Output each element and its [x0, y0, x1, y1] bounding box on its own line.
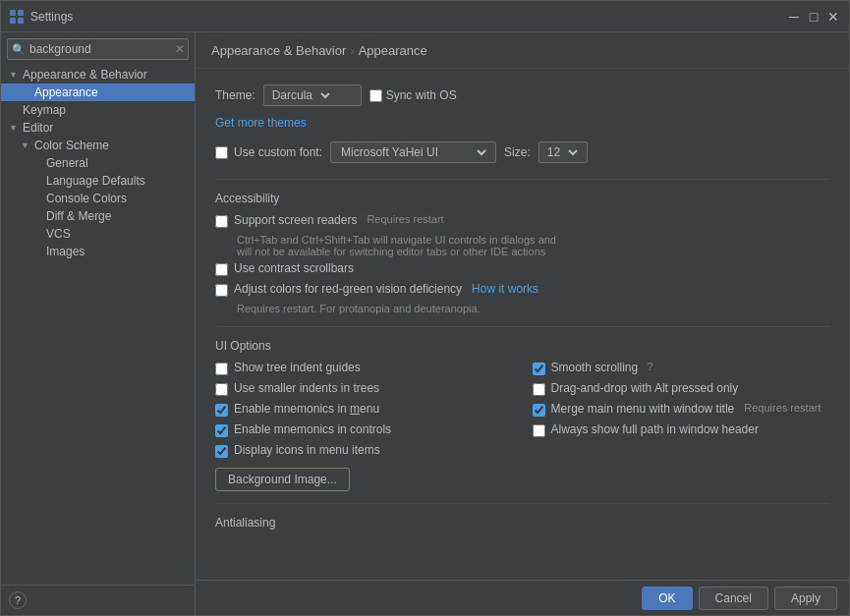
drag-drop-row: Drag-and-drop with Alt pressed only — [533, 381, 830, 396]
sidebar-item-diff-merge[interactable]: Diff & Merge — [1, 207, 195, 225]
breadcrumb-part1: Appearance & Behavior — [211, 43, 346, 58]
contrast-scrollbars-checkbox[interactable] — [215, 263, 228, 276]
content-body: Theme: Darcula Sync with OS Get more the… — [196, 69, 849, 580]
tree-indent-row: Show tree indent guides — [215, 361, 513, 375]
mnemonics-controls-checkbox[interactable] — [215, 424, 228, 437]
full-path-label: Always show full path in window header — [551, 422, 759, 436]
drag-drop-checkbox[interactable] — [533, 383, 545, 396]
size-select[interactable]: 12 — [543, 144, 581, 160]
sidebar-item-label: Color Scheme — [34, 139, 109, 152]
search-clear-icon[interactable]: ✕ — [175, 42, 185, 56]
sidebar-item-label: General — [46, 156, 88, 170]
theme-select[interactable]: Darcula — [268, 87, 333, 103]
sidebar-item-color-scheme[interactable]: ▼ Color Scheme — [1, 137, 195, 154]
tree-indent-label: Show tree indent guides — [234, 361, 361, 374]
theme-row: Theme: Darcula Sync with OS — [215, 84, 829, 106]
arrow-icon: ▼ — [21, 140, 32, 150]
maximize-button[interactable]: □ — [806, 9, 822, 25]
search-box: 🔍 ✕ — [7, 38, 189, 60]
sidebar: 🔍 ✕ ▼ Appearance & Behavior Appearance K… — [1, 32, 196, 615]
footer-bar: OK Cancel Apply — [196, 580, 849, 615]
sidebar-item-label: Diff & Merge — [46, 209, 111, 223]
minimize-button[interactable]: ─ — [786, 9, 802, 25]
full-path-row: Always show full path in window header — [533, 422, 830, 437]
display-icons-label: Display icons in menu items — [234, 443, 380, 457]
sidebar-item-label: VCS — [46, 227, 71, 241]
sidebar-item-appearance-behavior[interactable]: ▼ Appearance & Behavior — [1, 66, 195, 84]
font-select-wrap[interactable]: Microsoft YaHei UI — [330, 141, 496, 163]
smaller-indents-checkbox[interactable] — [215, 383, 228, 396]
color-deficiency-checkbox[interactable] — [215, 284, 228, 297]
breadcrumb-separator: › — [350, 43, 354, 58]
ui-options-title: UI Options — [215, 339, 829, 353]
nav-buttons: ← → — [778, 40, 833, 60]
mnemonics-controls-label: Enable mnemonics in controls — [234, 422, 391, 436]
sidebar-item-appearance[interactable]: Appearance — [1, 84, 195, 101]
display-icons-checkbox[interactable] — [215, 445, 228, 458]
mnemonics-menu-label: Enable mnemonics in menu — [234, 402, 379, 416]
get-more-themes-link[interactable]: Get more themes — [215, 116, 829, 130]
drag-drop-label: Drag-and-drop with Alt pressed only — [551, 381, 739, 395]
screen-readers-checkbox[interactable] — [215, 215, 228, 228]
font-select[interactable]: Microsoft YaHei UI — [337, 144, 489, 160]
search-icon: 🔍 — [12, 43, 26, 56]
antialiasing-title: Antialiasing — [215, 516, 829, 530]
smooth-scrolling-row: Smooth scrolling ? — [533, 361, 830, 375]
svg-rect-2 — [10, 18, 16, 24]
sidebar-item-label: Keymap — [23, 103, 66, 117]
sidebar-item-label: Console Colors — [46, 192, 127, 205]
ui-options-grid: Show tree indent guides Use smaller inde… — [215, 361, 829, 491]
contrast-scrollbars-label: Use contrast scrollbars — [234, 261, 354, 275]
sidebar-item-images[interactable]: Images — [1, 243, 195, 260]
display-icons-row: Display icons in menu items — [215, 443, 513, 458]
sidebar-item-editor[interactable]: ▼ Editor — [1, 119, 195, 137]
sidebar-item-label: Images — [46, 245, 85, 258]
theme-select-wrap[interactable]: Darcula — [263, 84, 362, 106]
merge-menu-label: Merge main menu with window title — [551, 402, 735, 416]
sidebar-item-general[interactable]: General — [1, 154, 195, 172]
sidebar-item-label: Editor — [23, 121, 53, 135]
sync-os-checkbox[interactable] — [369, 89, 382, 102]
ok-button[interactable]: OK — [642, 587, 692, 610]
sidebar-item-label: Appearance & Behavior — [23, 68, 147, 82]
accessibility-title: Accessibility — [215, 192, 829, 205]
help-button[interactable]: ? — [9, 591, 27, 609]
sidebar-item-language-defaults[interactable]: Language Defaults — [1, 172, 195, 190]
merge-menu-checkbox[interactable] — [533, 404, 545, 417]
cancel-button[interactable]: Cancel — [699, 587, 768, 610]
size-label: Size: — [504, 145, 531, 159]
custom-font-label-row: Use custom font: — [215, 145, 322, 159]
forward-button[interactable]: → — [808, 40, 833, 60]
background-image-button[interactable]: Background Image... — [215, 468, 350, 491]
divider-2 — [215, 326, 829, 327]
sync-os-row: Sync with OS — [369, 88, 457, 102]
arrow-icon: ▼ — [9, 70, 21, 80]
search-input[interactable] — [7, 38, 189, 60]
apply-button[interactable]: Apply — [774, 587, 837, 610]
svg-rect-1 — [18, 10, 24, 16]
sidebar-item-keymap[interactable]: Keymap — [1, 101, 195, 119]
smooth-scrolling-checkbox[interactable] — [533, 363, 545, 375]
custom-font-checkbox[interactable] — [215, 146, 228, 159]
sidebar-item-console-colors[interactable]: Console Colors — [1, 190, 195, 207]
mnemonics-menu-checkbox[interactable] — [215, 404, 228, 417]
sidebar-item-vcs[interactable]: VCS — [1, 225, 195, 243]
how-it-works-link[interactable]: How it works — [472, 282, 538, 296]
tree-indent-checkbox[interactable] — [215, 363, 228, 375]
back-button[interactable]: ← — [778, 40, 804, 60]
size-select-wrap[interactable]: 12 — [538, 141, 588, 163]
content-header: Appearance & Behavior › Appearance ← → — [196, 32, 849, 69]
full-path-checkbox[interactable] — [533, 424, 545, 437]
screen-readers-row: Support screen readers Requires restart — [215, 213, 829, 228]
screen-readers-desc: Ctrl+Tab and Ctrl+Shift+Tab will navigat… — [237, 234, 829, 257]
close-button[interactable]: ✕ — [825, 9, 841, 25]
ui-options-right: Smooth scrolling ? Drag-and-drop with Al… — [533, 361, 830, 491]
divider-3 — [215, 503, 829, 504]
contrast-scrollbars-row: Use contrast scrollbars — [215, 261, 829, 276]
sync-os-label: Sync with OS — [386, 88, 457, 102]
content-area: Appearance & Behavior › Appearance ← → T… — [196, 32, 849, 615]
app-icon — [9, 9, 25, 25]
svg-rect-0 — [10, 10, 16, 16]
settings-window: Settings ─ □ ✕ 🔍 ✕ ▼ Appearance & Behavi… — [0, 0, 850, 616]
divider-1 — [215, 179, 829, 180]
